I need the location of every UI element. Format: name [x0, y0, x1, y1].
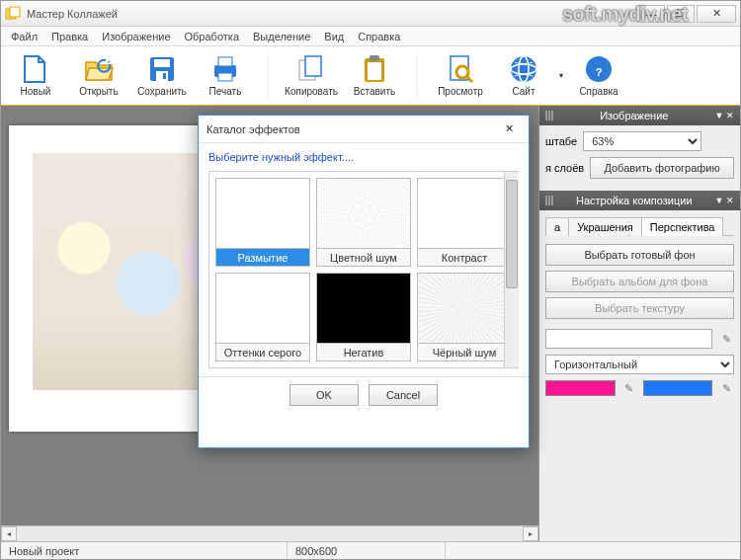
- scale-combo[interactable]: 63%: [583, 131, 701, 151]
- panel-collapse-icon[interactable]: ▼ ✕: [715, 111, 734, 120]
- preview-label: Просмотр: [438, 86, 483, 97]
- copy-button[interactable]: Копировать: [281, 49, 342, 103]
- effect-negative[interactable]: Негатив: [316, 273, 411, 361]
- save-label: Сохранить: [137, 86, 187, 97]
- dialog-scrollbar[interactable]: [504, 172, 519, 367]
- site-label: Сайт: [512, 86, 535, 97]
- panel-composition-body: а Украшения Перспектива Выбрать готовый …: [539, 210, 740, 541]
- new-file-icon: [21, 54, 50, 84]
- cancel-button[interactable]: Cancel: [369, 384, 438, 406]
- effects-dialog: Каталог эффектов ✕ Выберите нужный эффек…: [198, 115, 530, 448]
- scale-label: штабе: [545, 135, 577, 147]
- open-button[interactable]: Открыть: [68, 49, 129, 103]
- effect-color-noise[interactable]: Цветной шум: [316, 178, 411, 267]
- color-swatch-2[interactable]: [643, 380, 713, 396]
- eyedropper-icon[interactable]: ✎: [718, 331, 734, 347]
- panel-composition-header[interactable]: Настройка композиции ▼ ✕: [539, 191, 740, 210]
- menu-help[interactable]: Справка: [352, 29, 406, 44]
- toolbar-separator: [268, 54, 269, 98]
- paste-button[interactable]: Вставить: [344, 49, 405, 103]
- composition-tabs: а Украшения Перспектива: [545, 216, 734, 236]
- color-swatch-1[interactable]: [545, 380, 616, 396]
- grip-icon: [545, 196, 553, 205]
- eyedropper-icon[interactable]: ✎: [718, 380, 734, 396]
- effect-black-noise[interactable]: Чёрный шум: [417, 273, 512, 361]
- dialog-title: Каталог эффектов: [206, 123, 300, 135]
- panel-image-header[interactable]: Изображение ▼ ✕: [539, 106, 740, 125]
- horizontal-scrollbar[interactable]: ◂ ▸: [1, 525, 538, 541]
- app-icon: [5, 6, 21, 22]
- scroll-right-arrow[interactable]: ▸: [523, 526, 538, 541]
- grip-icon: [545, 111, 553, 120]
- menu-edit[interactable]: Правка: [45, 29, 94, 44]
- scroll-left-arrow[interactable]: ◂: [1, 526, 17, 541]
- svg-text:?: ?: [596, 66, 603, 78]
- svg-rect-13: [370, 55, 379, 61]
- maximize-button[interactable]: ☐: [667, 5, 695, 23]
- effect-blur[interactable]: Размытие: [215, 178, 310, 267]
- site-dropdown[interactable]: ▾: [556, 71, 566, 80]
- help-button[interactable]: ? Справка: [568, 49, 629, 103]
- copy-label: Копировать: [285, 86, 338, 97]
- preview-button[interactable]: Просмотр: [430, 49, 491, 103]
- svg-rect-10: [305, 56, 321, 76]
- ok-button[interactable]: OK: [289, 384, 359, 406]
- dialog-hint: Выберите нужный эффект....: [199, 143, 529, 163]
- tab-perspective[interactable]: Перспектива: [641, 217, 724, 236]
- globe-icon: [509, 54, 538, 84]
- window-title: Мастер Коллажей: [27, 8, 118, 20]
- help-icon: ?: [584, 54, 614, 84]
- menu-view[interactable]: Вид: [318, 29, 350, 44]
- close-button[interactable]: ✕: [697, 5, 736, 23]
- svg-rect-3: [154, 59, 170, 67]
- titlebar: Мастер Коллажей — ☐ ✕: [1, 1, 740, 27]
- effect-grayscale[interactable]: Оттенки серого: [215, 273, 310, 361]
- status-project: Новый проект: [1, 542, 288, 559]
- text-input[interactable]: [545, 329, 712, 349]
- eyedropper-icon[interactable]: ✎: [621, 380, 637, 396]
- effect-contrast[interactable]: Контраст: [417, 178, 512, 267]
- menu-select[interactable]: Выделение: [247, 29, 316, 44]
- menu-process[interactable]: Обработка: [179, 29, 245, 44]
- help-label: Справка: [579, 86, 618, 97]
- orientation-combo[interactable]: Горизонтальный: [545, 355, 734, 374]
- tab-partial[interactable]: а: [545, 217, 569, 236]
- layers-label: я слоёв: [545, 162, 584, 174]
- dialog-titlebar[interactable]: Каталог эффектов ✕: [199, 116, 529, 143]
- scroll-track[interactable]: [17, 526, 523, 541]
- status-dimensions: 800x600: [288, 542, 446, 559]
- toolbar-separator: [417, 54, 418, 98]
- svg-line-16: [466, 76, 472, 82]
- panel-composition-title: Настройка композиции: [557, 195, 711, 206]
- svg-rect-5: [163, 73, 166, 79]
- new-label: Новый: [21, 86, 51, 97]
- svg-rect-1: [10, 7, 20, 17]
- menu-image[interactable]: Изображение: [96, 29, 176, 44]
- printer-icon: [210, 54, 240, 84]
- dialog-close-button[interactable]: ✕: [497, 120, 521, 138]
- open-label: Открыть: [79, 86, 118, 97]
- svg-rect-4: [156, 71, 168, 81]
- menu-file[interactable]: Файл: [5, 29, 43, 44]
- magnifier-icon: [446, 54, 475, 84]
- site-button[interactable]: Сайт: [493, 49, 554, 103]
- panel-image-body: штабе 63% я слоёв Добавить фотографию: [539, 125, 740, 191]
- svg-point-17: [511, 56, 536, 82]
- print-label: Печать: [209, 86, 242, 97]
- svg-rect-7: [218, 57, 232, 66]
- new-button[interactable]: Новый: [5, 49, 66, 103]
- paste-label: Вставить: [354, 86, 395, 97]
- save-button[interactable]: Сохранить: [131, 49, 193, 103]
- tab-decor[interactable]: Украшения: [568, 217, 642, 236]
- choose-bg-button[interactable]: Выбрать готовый фон: [545, 244, 734, 266]
- panel-collapse-icon[interactable]: ▼ ✕: [715, 196, 734, 205]
- folder-open-icon: [84, 54, 114, 84]
- app-window: Мастер Коллажей — ☐ ✕ Файл Правка Изобра…: [0, 0, 741, 560]
- svg-rect-12: [368, 62, 381, 80]
- choose-texture-button[interactable]: Выбрать текстуру: [545, 297, 734, 319]
- minimize-button[interactable]: —: [637, 5, 665, 23]
- print-button[interactable]: Печать: [195, 49, 256, 103]
- add-photo-button[interactable]: Добавить фотографию: [590, 157, 734, 179]
- effects-grid: Размытие Цветной шум Контраст Оттенки се…: [208, 171, 519, 368]
- choose-album-button[interactable]: Выбрать альбом для фона: [545, 271, 734, 292]
